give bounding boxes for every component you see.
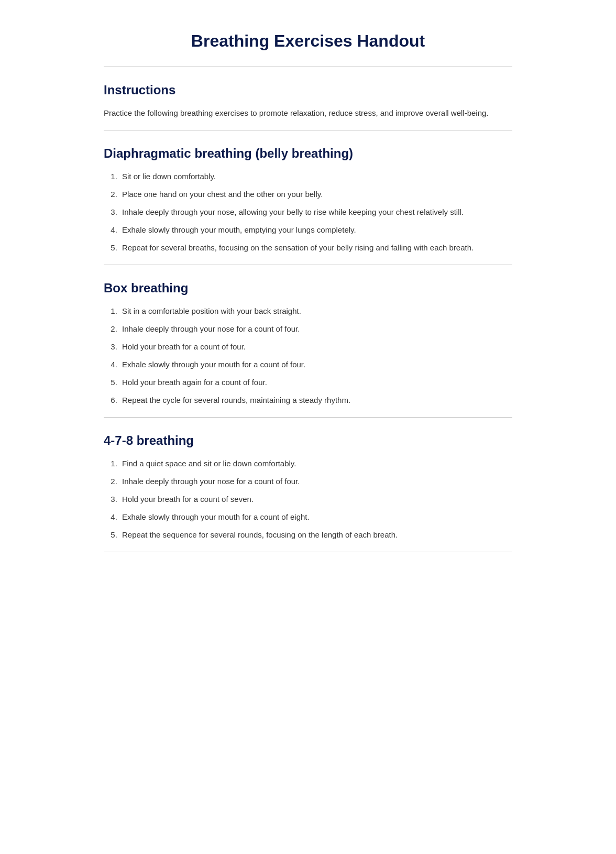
list-item: Repeat the sequence for several rounds, … [119, 529, 512, 541]
section-diaphragmatic: Diaphragmatic breathing (belly breathing… [104, 146, 512, 254]
divider-after-box [104, 417, 512, 418]
title-divider [104, 67, 512, 67]
list-item: Inhale deeply through your nose, allowin… [119, 206, 512, 218]
list-item: Hold your breath again for a count of fo… [119, 376, 512, 389]
list-item: Hold your breath for a count of four. [119, 341, 512, 353]
divider-after-478 [104, 552, 512, 552]
list-item: Repeat for several breaths, focusing on … [119, 242, 512, 254]
list-item: Sit or lie down comfortably. [119, 170, 512, 183]
section-description-instructions: Practice the following breathing exercis… [104, 107, 512, 119]
section-list-478: Find a quiet space and sit or lie down c… [104, 457, 512, 541]
section-heading-box: Box breathing [104, 281, 512, 295]
list-item: Sit in a comfortable position with your … [119, 305, 512, 317]
section-heading-instructions: Instructions [104, 83, 512, 97]
divider-after-instructions [104, 130, 512, 130]
page-container: Breathing Exercises Handout Instructions… [72, 0, 544, 610]
list-item: Find a quiet space and sit or lie down c… [119, 457, 512, 470]
section-heading-478: 4-7-8 breathing [104, 433, 512, 448]
list-item: Exhale slowly through your mouth, emptyi… [119, 224, 512, 236]
list-item: Exhale slowly through your mouth for a c… [119, 358, 512, 371]
list-item: Inhale deeply through your nose for a co… [119, 475, 512, 488]
section-box: Box breathing Sit in a comfortable posit… [104, 281, 512, 407]
list-item: Repeat the cycle for several rounds, mai… [119, 394, 512, 407]
section-478: 4-7-8 breathing Find a quiet space and s… [104, 433, 512, 541]
divider-after-diaphragmatic [104, 265, 512, 265]
section-list-box: Sit in a comfortable position with your … [104, 305, 512, 407]
section-instructions: Instructions Practice the following brea… [104, 83, 512, 119]
list-item: Exhale slowly through your mouth for a c… [119, 511, 512, 523]
list-item: Place one hand on your chest and the oth… [119, 188, 512, 201]
page-title: Breathing Exercises Handout [104, 31, 512, 67]
section-list-diaphragmatic: Sit or lie down comfortably. Place one h… [104, 170, 512, 254]
list-item: Inhale deeply through your nose for a co… [119, 323, 512, 335]
section-heading-diaphragmatic: Diaphragmatic breathing (belly breathing… [104, 146, 512, 161]
list-item: Hold your breath for a count of seven. [119, 493, 512, 506]
